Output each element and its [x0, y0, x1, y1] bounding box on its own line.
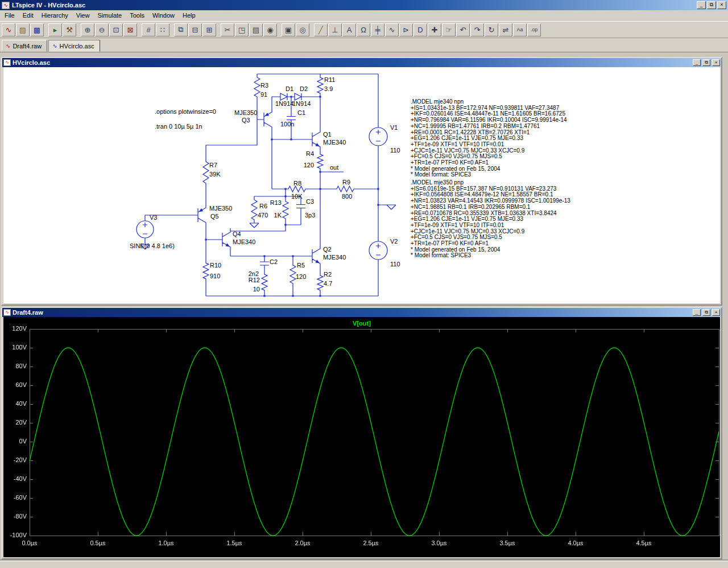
tile-horizontally-button[interactable]: ⊟	[188, 23, 202, 36]
schematic-text: Q5	[210, 213, 219, 220]
drag-button[interactable]: ☞	[442, 23, 456, 36]
schematic-text: 39K	[209, 171, 221, 178]
schematic-text: V2	[390, 238, 398, 245]
schematic-text: 470	[258, 212, 268, 219]
schematic-text: MJE340	[323, 139, 346, 146]
schematic-text: D2	[300, 85, 308, 92]
menu-help[interactable]: Help	[179, 10, 200, 21]
schematic-minimize-button[interactable]: _	[693, 59, 701, 66]
menu-bar: FileEditHierarchyViewSimulateToolsWindow…	[0, 10, 728, 21]
spice-model-mje340: .MODEL mje340 npn +IS=1.03431e-13 BF=172…	[411, 99, 567, 178]
menu-simulate[interactable]: Simulate	[93, 10, 126, 21]
schematic-text: D1	[286, 85, 293, 92]
restore-button[interactable]: ⧉	[707, 1, 716, 9]
schematic-window-titlebar[interactable]: ∿ HVcirclo.asc _ ⧉ ×	[2, 58, 721, 67]
zoom-extents-button[interactable]: ⊡	[109, 23, 123, 36]
schematic-restore-button[interactable]: ⧉	[702, 59, 710, 66]
diode-button[interactable]: ⊳	[399, 23, 413, 36]
schematic-text: R4	[306, 150, 314, 157]
zoom-back-button[interactable]: ⊖	[95, 23, 109, 36]
schematic-text: 120	[304, 162, 314, 168]
schematic-text: 800	[342, 193, 352, 200]
app-icon: ∿	[2, 2, 10, 9]
schematic-text: R11	[324, 76, 335, 83]
ground-button[interactable]: ⊥	[328, 23, 342, 36]
wire-button[interactable]: ╱	[314, 23, 328, 36]
move-button[interactable]: ✚	[428, 23, 441, 36]
spice-directive-button[interactable]: .op	[527, 23, 541, 36]
open-button[interactable]: ▨	[16, 23, 30, 36]
spice-directive-text: .options plotwinsize=0	[155, 108, 216, 115]
waveform-close-button[interactable]: ×	[712, 309, 720, 316]
inductor-button[interactable]: ∿	[385, 23, 399, 36]
print-button[interactable]: ▣	[282, 23, 295, 36]
close-button[interactable]: ×	[717, 1, 726, 9]
rotate-button[interactable]: ↻	[485, 23, 498, 36]
schematic-editor[interactable]: R391D11N914D21N914R113.9C1100nMJE350Q3Q1…	[3, 67, 720, 303]
window-controls: _ ⧉ ×	[697, 1, 726, 9]
waveform-window-title: Draft4.raw	[13, 309, 691, 316]
waveform-minimize-button[interactable]: _	[693, 309, 701, 316]
mark-data-points-button[interactable]: ∷	[156, 23, 169, 36]
schematic-text: 4.7	[324, 280, 332, 287]
undo-button[interactable]: ↶	[456, 23, 470, 36]
schematic-text: 110	[390, 261, 400, 267]
new-schematic-button[interactable]: ∿	[2, 23, 15, 36]
component-button[interactable]: D	[413, 23, 427, 36]
menu-file[interactable]: File	[1, 10, 19, 21]
cut-button[interactable]: ✂	[221, 23, 234, 36]
grid-button[interactable]: #	[142, 23, 155, 36]
waveform-window-titlebar[interactable]: ∿ Draft4.raw _ ⧉ ×	[2, 308, 721, 317]
menu-window[interactable]: Window	[148, 10, 179, 21]
menu-view[interactable]: View	[72, 10, 94, 21]
tab-bar: ∿Draft4.raw∿HVcirclo.asc	[0, 38, 728, 52]
schematic-text: 120	[296, 273, 306, 280]
redo-button[interactable]: ↷	[470, 23, 484, 36]
waveform-canvas[interactable]	[3, 317, 720, 557]
menu-hierarchy[interactable]: Hierarchy	[38, 10, 72, 21]
capacitor-button[interactable]: ╪	[371, 23, 384, 36]
tile-vertically-button[interactable]: ⊞	[202, 23, 216, 36]
schematic-text: R8	[293, 180, 301, 187]
tab-Draft4.raw[interactable]: ∿Draft4.raw	[2, 40, 47, 52]
schematic-text: MJE340	[323, 254, 346, 261]
schematic-text: R3	[260, 82, 268, 89]
print-preview-button[interactable]: ◎	[296, 23, 309, 36]
find-button[interactable]: ◉	[263, 23, 277, 36]
control-panel-button[interactable]: ⚒	[63, 23, 76, 36]
schematic-text: Q4	[233, 231, 241, 237]
titlebar[interactable]: ∿ LTspice IV - HVcirclo.asc _ ⧉ ×	[0, 0, 728, 10]
tab-label: Draft4.raw	[13, 43, 42, 50]
schematic-text: 100n	[280, 121, 294, 127]
zoom-full-button[interactable]: ⊠	[123, 23, 137, 36]
text-button[interactable]: Aa	[513, 23, 527, 36]
run-button[interactable]: ▸	[48, 23, 62, 36]
save-button[interactable]: ▩	[30, 23, 44, 36]
paste-button[interactable]: ▤	[249, 23, 263, 36]
cascade-windows-button[interactable]: ⧉	[174, 23, 188, 36]
copy-button[interactable]: ◳	[235, 23, 249, 36]
waveform-restore-button[interactable]: ⧉	[702, 309, 710, 316]
zoom-area-button[interactable]: ⊕	[81, 23, 94, 36]
schematic-canvas[interactable]: R391D11N914D21N914R113.9C1100nMJE350Q3Q1…	[3, 67, 720, 303]
status-bar	[0, 561, 728, 568]
tab-HVcirclo.asc[interactable]: ∿HVcirclo.asc	[48, 40, 100, 52]
schematic-text: R12	[249, 277, 260, 283]
tab-icon: ∿	[52, 43, 57, 49]
trace-label[interactable]: V[out]	[3, 320, 720, 327]
schematic-window-icon: ∿	[3, 59, 11, 66]
schematic-text: 10	[253, 286, 260, 293]
mdi-workspace: ∿ HVcirclo.asc _ ⧉ × R391D11N914D21N914R…	[0, 52, 728, 561]
menu-tools[interactable]: Tools	[126, 10, 148, 21]
schematic-text: 1N914	[275, 100, 293, 107]
schematic-close-button[interactable]: ×	[712, 59, 720, 66]
schematic-text: SINE(0 4.8 1e6)	[130, 242, 175, 249]
menu-edit[interactable]: Edit	[19, 10, 38, 21]
schematic-window-title: HVcirclo.asc	[13, 59, 691, 66]
schematic-text: Q2	[323, 246, 332, 253]
waveform-viewer[interactable]: V[out]	[3, 317, 720, 557]
minimize-button[interactable]: _	[697, 1, 706, 9]
resistor-button[interactable]: Ω	[357, 23, 370, 36]
mirror-button[interactable]: ⇌	[499, 23, 512, 36]
label-net-button[interactable]: A	[342, 23, 356, 36]
